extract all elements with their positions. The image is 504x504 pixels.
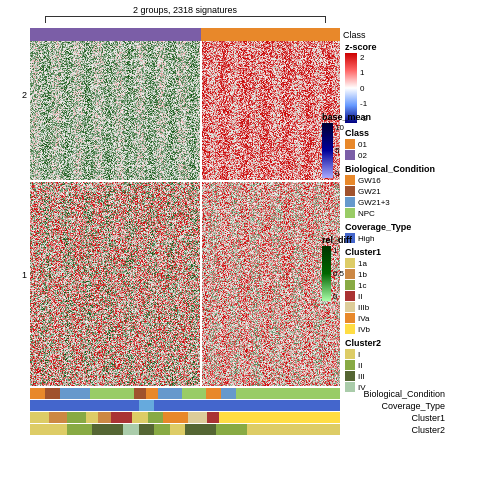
class-legend-title: Class: [345, 128, 500, 138]
high-label: High: [358, 234, 374, 243]
top-annotation-bar: [30, 28, 340, 41]
class-label: Class: [343, 30, 366, 40]
class-legend: Class 01 02: [345, 128, 500, 160]
coverage-type-bar: Coverage_Type: [30, 400, 340, 411]
cluster1-legend: Cluster1 1a 1b 1c II IIIb: [345, 247, 500, 334]
bottom-annotations: Biological_Condition Coverage_Type Clust…: [30, 388, 340, 436]
coverage-type-legend-title: Coverage_Type: [345, 222, 500, 232]
title-area: 2 groups, 2318 signatures: [30, 4, 340, 30]
reldiff-title: rel_diff: [322, 235, 344, 245]
cluster2-label: Cluster2: [411, 425, 445, 435]
basemean-title: base_mean: [322, 112, 344, 122]
coverage-type-legend: Coverage_Type High: [345, 222, 500, 243]
heatmap-canvas: [30, 41, 340, 386]
y-axis-label-2: 2: [22, 90, 27, 100]
y-axis-label-1: 1: [22, 270, 27, 280]
reldiff-legend: rel_diff 1 0.5 0: [322, 235, 344, 301]
cluster2-legend-title: Cluster2: [345, 338, 500, 348]
biological-condition-bar: Biological_Condition: [30, 388, 340, 399]
top-bar-orange: [201, 28, 341, 41]
cluster1-bar: Cluster1: [30, 412, 340, 423]
coverage-type-label: Coverage_Type: [381, 401, 445, 411]
zscore-legend: z-score 2 1 0 -1 -2: [345, 42, 500, 123]
cluster1-legend-title: Cluster1: [345, 247, 500, 257]
bio-condition-legend-title: Biological_Condition: [345, 164, 500, 174]
basemean-legend: base_mean 10 5 0: [322, 112, 344, 178]
zscore-title: z-score: [345, 42, 500, 52]
heatmap-container: [30, 41, 340, 386]
cluster2-bar: Cluster2: [30, 424, 340, 435]
top-bar-purple: [30, 28, 201, 41]
main-container: 2 groups, 2318 signatures 2 1 Class: [0, 0, 504, 504]
cluster1-label: Cluster1: [411, 413, 445, 423]
bio-condition-legend: Biological_Condition GW16 GW21 GW21+3 NP…: [345, 164, 500, 218]
chart-title: 2 groups, 2318 signatures: [133, 5, 237, 15]
cluster2-legend: Cluster2 I II III IV: [345, 338, 500, 392]
legend-area: z-score 2 1 0 -1 -2 Class 01 02: [345, 42, 500, 396]
